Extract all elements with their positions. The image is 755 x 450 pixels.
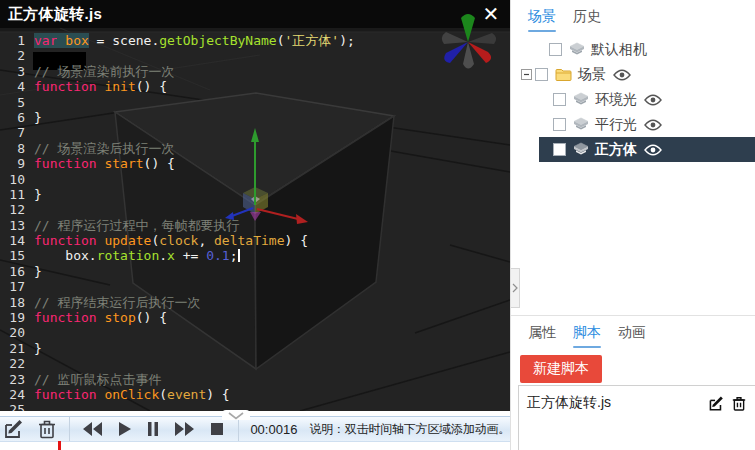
code-line-20[interactable]: 20 <box>0 325 510 340</box>
code-token: ) { <box>206 387 229 402</box>
tree-item-directional-light[interactable]: 平行光 <box>511 112 755 137</box>
code-line-10[interactable]: 10 <box>0 172 510 187</box>
collapse-expander-icon[interactable] <box>521 69 532 80</box>
object-icon <box>573 142 589 157</box>
code-line-9[interactable]: 9function start() { <box>0 156 510 171</box>
trash-icon[interactable] <box>731 395 747 412</box>
code-line-6[interactable]: 6} <box>0 110 510 125</box>
tab-script[interactable]: 脚本 <box>573 324 601 348</box>
tab-properties[interactable]: 属性 <box>528 324 556 348</box>
close-icon[interactable]: ✕ <box>478 1 504 27</box>
tree-item-cube[interactable]: 正方体 <box>511 137 755 162</box>
code-line-15[interactable]: 15 box.rotation.x += 0.1; <box>0 248 510 263</box>
visibility-checkbox[interactable] <box>553 118 566 131</box>
scene-tree: 默认相机场景环境光平行光正方体 <box>511 37 755 162</box>
code-line-25[interactable]: 25 <box>0 402 510 411</box>
code-token: function <box>34 233 97 248</box>
code-line-19[interactable]: 19function stop() { <box>0 310 510 325</box>
line-content: var box = scene.getObjectByName('正方体'); <box>28 33 355 48</box>
tree-item-ambient-light[interactable]: 环境光 <box>511 87 755 112</box>
visibility-checkbox[interactable] <box>535 68 548 81</box>
code-token: box <box>65 33 88 48</box>
code-line-23[interactable]: 23// 监听鼠标点击事件 <box>0 372 510 387</box>
line-content: function onClick(event) { <box>28 387 230 402</box>
tree-item-scene[interactable]: 场景 <box>511 62 755 87</box>
code-line-13[interactable]: 13// 程序运行过程中，每帧都要执行 <box>0 218 510 233</box>
line-number: 6 <box>0 110 28 125</box>
line-content <box>28 325 34 340</box>
code-line-5[interactable]: 5 <box>0 95 510 110</box>
visibility-checkbox[interactable] <box>553 143 566 156</box>
eye-icon[interactable] <box>644 144 662 156</box>
line-number: 5 <box>0 95 28 110</box>
code-line-18[interactable]: 18// 程序结束运行后执行一次 <box>0 295 510 310</box>
timeline-collapse-button[interactable] <box>222 410 250 420</box>
line-number: 19 <box>0 310 28 325</box>
delete-keyframe-button[interactable] <box>37 418 57 440</box>
line-number: 20 <box>0 325 28 340</box>
code-token: function <box>34 310 97 325</box>
line-number: 21 <box>0 341 28 356</box>
stop-button[interactable] <box>210 422 224 436</box>
edit-keyframe-button[interactable] <box>3 418 26 440</box>
line-content <box>28 356 34 371</box>
app-window: 正方体旋转.js ✕ 1var box = scene.getObjectByN… <box>0 0 755 450</box>
timeline-playhead[interactable] <box>58 441 61 450</box>
code-line-11[interactable]: 11} <box>0 187 510 202</box>
pause-button[interactable] <box>147 421 159 437</box>
pause-icon <box>147 421 159 437</box>
3d-viewport[interactable]: 正方体旋转.js ✕ 1var box = scene.getObjectByN… <box>0 0 510 411</box>
script-list-item[interactable]: 正方体旋转.js <box>519 386 755 412</box>
code-line-24[interactable]: 24function onClick(event) { <box>0 387 510 402</box>
tab-animation[interactable]: 动画 <box>618 324 646 348</box>
code-line-7[interactable]: 7 <box>0 125 510 140</box>
tree-item-default-camera[interactable]: 默认相机 <box>511 37 755 62</box>
tree-item-label: 默认相机 <box>591 41 647 59</box>
line-number: 23 <box>0 372 28 387</box>
tab-history[interactable]: 历史 <box>573 8 601 32</box>
code-line-8[interactable]: 8// 场景渲染后执行一次 <box>0 141 510 156</box>
eye-icon[interactable] <box>613 69 631 81</box>
code-line-4[interactable]: 4function init() { <box>0 79 510 94</box>
code-line-16[interactable]: 16} <box>0 264 510 279</box>
new-script-button[interactable]: 新建脚本 <box>520 355 602 383</box>
code-token: clock <box>159 233 198 248</box>
visibility-checkbox[interactable] <box>549 43 562 56</box>
code-token: // 场景渲染后执行一次 <box>34 141 174 156</box>
line-content: } <box>28 264 42 279</box>
tree-item-label: 场景 <box>578 66 606 84</box>
line-number: 25 <box>0 402 28 411</box>
chevron-down-icon <box>228 412 244 420</box>
line-number: 1 <box>0 33 28 48</box>
line-content <box>28 125 34 140</box>
code-line-22[interactable]: 22 <box>0 356 510 371</box>
code-token: } <box>34 264 42 279</box>
code-line-12[interactable]: 12 <box>0 202 510 217</box>
timeline-hint: 说明：双击时间轴下方区域添加动画。 <box>309 421 510 438</box>
camera-object-icon <box>569 42 585 57</box>
line-content: } <box>28 341 42 356</box>
eye-icon[interactable] <box>644 119 662 131</box>
panel-collapse-handle[interactable] <box>511 268 520 308</box>
code-line-21[interactable]: 21} <box>0 341 510 356</box>
code-line-17[interactable]: 17 <box>0 279 510 294</box>
eye-icon[interactable] <box>644 94 662 106</box>
code-line-14[interactable]: 14function update(clock, deltaTime) { <box>0 233 510 248</box>
line-content: // 程序运行过程中，每帧都要执行 <box>28 218 239 233</box>
edit-icon[interactable] <box>708 395 726 412</box>
rewind-button[interactable] <box>82 421 103 437</box>
play-button[interactable] <box>118 421 132 437</box>
visibility-checkbox[interactable] <box>553 93 566 106</box>
scene-hierarchy-panel: 场景历史 默认相机场景环境光平行光正方体 <box>511 0 755 315</box>
right-panel: 场景历史 默认相机场景环境光平行光正方体 属性脚本动画 新建脚本 正方体旋转.j… <box>510 0 755 450</box>
line-content: // 场景渲染后执行一次 <box>28 141 174 156</box>
code-token: function <box>34 79 97 94</box>
line-number: 7 <box>0 125 28 140</box>
code-editor[interactable]: 1var box = scene.getObjectByName('正方体');… <box>0 33 510 411</box>
code-token: start <box>104 156 143 171</box>
tab-scene[interactable]: 场景 <box>528 8 556 32</box>
code-token: function <box>34 387 97 402</box>
scene-panel-tabs: 场景历史 <box>511 0 755 32</box>
fast-forward-button[interactable] <box>174 421 195 437</box>
code-token: // 监听鼠标点击事件 <box>34 372 161 387</box>
